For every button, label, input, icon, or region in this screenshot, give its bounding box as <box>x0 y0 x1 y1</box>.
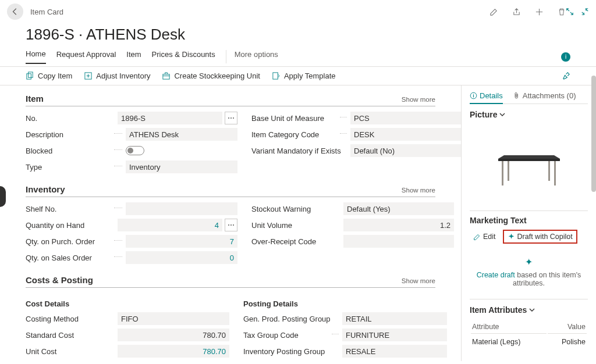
side-tab-details[interactable]: Details <box>470 91 503 104</box>
delete-icon[interactable] <box>558 8 566 16</box>
section-inventory-title: Inventory <box>26 184 65 194</box>
svg-rect-8 <box>502 161 503 185</box>
gpg-label: Gen. Prod. Posting Group <box>243 315 336 323</box>
qso-field[interactable] <box>126 251 237 264</box>
chevron-down-icon <box>529 307 535 313</box>
posting-details-head: Posting Details <box>243 299 447 308</box>
shelf-label: Shelf No. <box>26 205 112 213</box>
svg-rect-4 <box>273 73 278 79</box>
category-field[interactable] <box>350 128 461 141</box>
buom-label: Base Unit of Measure <box>251 114 338 123</box>
marketing-section-title[interactable]: Marketing Text <box>470 216 588 225</box>
shelf-field[interactable] <box>126 202 237 215</box>
section-item-title: Item <box>26 94 44 104</box>
personalize-icon[interactable] <box>562 72 570 80</box>
ipg-label: Inventory Posting Group <box>243 347 336 356</box>
new-icon[interactable] <box>535 8 544 16</box>
description-label: Description <box>26 130 112 139</box>
svg-rect-3 <box>163 74 169 79</box>
marketing-draft-area: ✦ Create draft based on this item's attr… <box>470 249 588 299</box>
sparkle-icon: ✦ <box>473 256 584 267</box>
edit-icon[interactable] <box>489 8 498 16</box>
page-title: 1896-S · ATHENS Desk <box>0 23 596 49</box>
main-scrollbar[interactable] <box>591 76 596 192</box>
item-picture[interactable] <box>470 124 588 211</box>
stdcost-field[interactable] <box>118 329 229 341</box>
stockout-label: Stockout Warning <box>251 205 338 213</box>
edit-marketing-action[interactable]: Edit <box>470 230 499 244</box>
picture-section-title[interactable]: Picture <box>470 110 588 119</box>
chevron-down-icon <box>499 112 505 117</box>
method-field[interactable] <box>118 312 229 325</box>
apply-template-action[interactable]: Apply Template <box>272 72 336 80</box>
buom-field[interactable] <box>350 112 461 124</box>
category-label: Item Category Code <box>251 130 338 139</box>
blocked-label: Blocked <box>26 147 112 155</box>
stockout-field[interactable] <box>343 202 454 215</box>
share-icon[interactable] <box>512 8 521 16</box>
unitcost-field[interactable] <box>118 345 229 358</box>
qoh-field[interactable] <box>118 219 222 231</box>
copy-item-action[interactable]: Copy Item <box>26 72 72 80</box>
overreceipt-label: Over-Receipt Code <box>251 237 338 246</box>
svg-rect-9 <box>554 161 556 185</box>
qpo-field[interactable] <box>126 235 237 248</box>
overreceipt-field[interactable] <box>343 235 454 248</box>
back-button[interactable] <box>7 3 23 20</box>
more-options[interactable]: More options <box>226 50 278 63</box>
costs-show-more[interactable]: Show more <box>402 277 435 284</box>
unitvol-label: Unit Volume <box>251 221 338 230</box>
gpg-field[interactable] <box>342 312 447 325</box>
qoh-lookup-button[interactable]: ⋯ <box>225 219 237 231</box>
type-field[interactable] <box>126 160 237 173</box>
svg-rect-0 <box>27 74 31 79</box>
create-draft-link[interactable]: Create draft <box>477 271 515 279</box>
attribute-row[interactable]: Material (Legs) Polishe <box>471 335 587 349</box>
qso-label: Qty. on Sales Order <box>26 254 112 262</box>
svg-marker-6 <box>498 155 560 159</box>
item-show-more[interactable]: Show more <box>402 96 435 103</box>
tab-request-approval[interactable]: Request Approval <box>56 50 116 63</box>
popout-icon[interactable] <box>566 8 574 16</box>
info-icon[interactable]: i <box>561 52 570 62</box>
adjust-inventory-action[interactable]: Adjust Inventory <box>84 72 150 80</box>
tax-field[interactable] <box>342 329 447 341</box>
unitvol-field[interactable] <box>343 219 454 231</box>
method-label: Costing Method <box>26 315 112 323</box>
blocked-toggle[interactable] <box>126 146 144 155</box>
tax-label: Tax Group Code <box>243 331 329 340</box>
tab-home[interactable]: Home <box>26 49 46 64</box>
type-label: Type <box>26 163 112 172</box>
qoh-label: Quantity on Hand <box>26 221 112 230</box>
create-stockkeeping-action[interactable]: Create Stockkeeping Unit <box>162 72 260 80</box>
qpo-label: Qty. on Purch. Order <box>26 237 112 246</box>
cost-details-head: Cost Details <box>26 299 229 308</box>
variant-field[interactable] <box>350 144 461 157</box>
no-field[interactable] <box>118 112 222 124</box>
svg-rect-11 <box>548 161 550 181</box>
description-field[interactable] <box>126 128 237 141</box>
section-costs-title: Costs & Posting <box>26 275 93 285</box>
ipg-field[interactable] <box>342 345 447 358</box>
svg-rect-7 <box>498 159 560 161</box>
draft-with-copilot-action[interactable]: Draft with Copilot <box>503 230 577 244</box>
inventory-show-more[interactable]: Show more <box>402 187 435 194</box>
no-lookup-button[interactable]: ⋯ <box>225 112 237 124</box>
side-tab-attachments[interactable]: Attachments (0) <box>513 91 576 100</box>
svg-rect-1 <box>29 72 33 77</box>
stdcost-label: Standard Cost <box>26 331 112 340</box>
attr-header: Attribute <box>471 320 547 334</box>
svg-rect-10 <box>508 161 509 181</box>
tab-item[interactable]: Item <box>126 50 141 63</box>
collapse-icon[interactable] <box>581 8 589 16</box>
card-type-label: Item Card <box>30 8 489 16</box>
value-header: Value <box>548 320 587 334</box>
attributes-section-title[interactable]: Item Attributes <box>470 305 588 315</box>
unitcost-label: Unit Cost <box>26 347 112 356</box>
no-label: No. <box>26 114 112 123</box>
variant-label: Variant Mandatory if Exists <box>251 147 345 155</box>
tab-prices-discounts[interactable]: Prices & Discounts <box>152 50 215 63</box>
